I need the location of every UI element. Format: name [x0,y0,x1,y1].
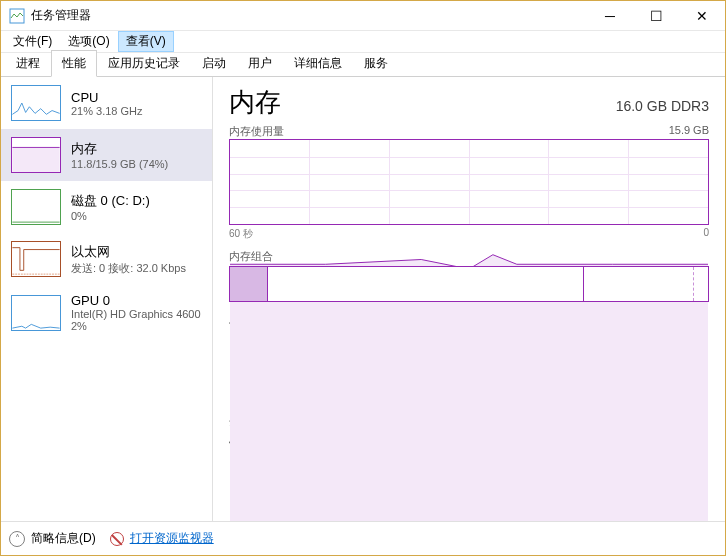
sidebar: CPU21% 3.18 GHz 内存11.8/15.9 GB (74%) 磁盘 … [1,77,213,521]
menu-options[interactable]: 选项(O) [60,31,117,52]
usage-chart-label: 内存使用量 [229,124,284,139]
ethernet-thumb-icon [11,241,61,277]
fewer-details-link[interactable]: 简略信息(D) [31,530,96,547]
disk-label: 磁盘 0 (C: D:) [71,192,150,210]
cpu-detail: 21% 3.18 GHz [71,105,143,117]
gpu-thumb-icon [11,295,61,331]
chevron-up-icon[interactable]: ˄ [9,531,25,547]
tabbar: 进程 性能 应用历史记录 启动 用户 详细信息 服务 [1,53,725,77]
window-title: 任务管理器 [31,7,587,24]
footer: ˄ 简略信息(D) 打开资源监视器 [1,521,725,555]
ethernet-label: 以太网 [71,243,186,261]
menu-view[interactable]: 查看(V) [118,31,174,52]
cpu-thumb-icon [11,85,61,121]
page-title: 内存 [229,85,281,120]
resource-monitor-icon [110,532,124,546]
tab-details[interactable]: 详细信息 [283,50,353,76]
sidebar-item-gpu[interactable]: GPU 0Intel(R) HD Graphics 46002% [1,285,212,340]
tab-services[interactable]: 服务 [353,50,399,76]
usage-chart-max: 15.9 GB [669,124,709,139]
minimize-button[interactable]: ─ [587,1,633,31]
gpu-pct: 2% [71,320,201,332]
gpu-label: GPU 0 [71,293,201,308]
memory-label: 内存 [71,140,168,158]
tab-performance[interactable]: 性能 [51,50,97,77]
sidebar-item-disk[interactable]: 磁盘 0 (C: D:)0% [1,181,212,233]
disk-thumb-icon [11,189,61,225]
app-icon [9,8,25,24]
sidebar-item-memory[interactable]: 内存11.8/15.9 GB (74%) [1,129,212,181]
memory-thumb-icon [11,137,61,173]
tab-processes[interactable]: 进程 [5,50,51,76]
sidebar-item-cpu[interactable]: CPU21% 3.18 GHz [1,77,212,129]
titlebar: 任务管理器 ─ ☐ ✕ [1,1,725,31]
ethernet-detail: 发送: 0 接收: 32.0 Kbps [71,261,186,276]
main-panel: 内存 16.0 GB DDR3 内存使用量 15.9 GB 60 秒 0 内存组… [213,77,725,521]
tab-users[interactable]: 用户 [237,50,283,76]
memory-usage-chart [229,139,709,225]
tab-app-history[interactable]: 应用历史记录 [97,50,191,76]
maximize-button[interactable]: ☐ [633,1,679,31]
sidebar-item-ethernet[interactable]: 以太网发送: 0 接收: 32.0 Kbps [1,233,212,285]
memory-composition-chart [229,266,709,302]
close-button[interactable]: ✕ [679,1,725,31]
tab-startup[interactable]: 启动 [191,50,237,76]
cpu-label: CPU [71,90,143,105]
gpu-detail: Intel(R) HD Graphics 4600 [71,308,201,320]
menu-file[interactable]: 文件(F) [5,31,60,52]
svg-rect-1 [12,147,59,172]
memory-total: 16.0 GB DDR3 [616,98,709,114]
memory-detail: 11.8/15.9 GB (74%) [71,158,168,170]
open-resource-monitor-link[interactable]: 打开资源监视器 [130,530,214,547]
disk-detail: 0% [71,210,150,222]
